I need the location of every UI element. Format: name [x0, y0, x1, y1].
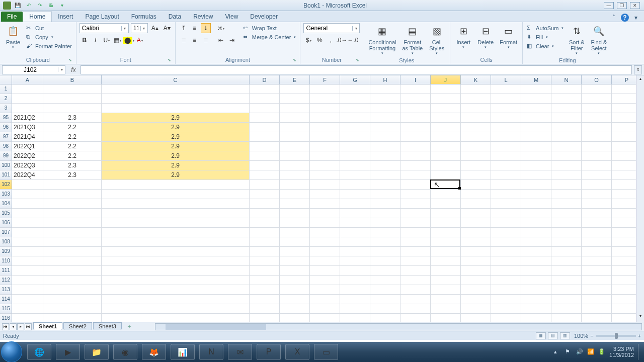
cell[interactable]: [12, 256, 43, 266]
column-header-M[interactable]: M: [521, 75, 551, 84]
cell[interactable]: [431, 151, 461, 161]
column-header-K[interactable]: K: [461, 75, 491, 84]
taskbar-media-icon[interactable]: ▶: [56, 344, 80, 360]
view-normal-button[interactable]: ▦: [536, 332, 546, 339]
tab-review[interactable]: Review: [187, 12, 219, 22]
cell[interactable]: [340, 180, 370, 190]
tab-page-layout[interactable]: Page Layout: [79, 12, 125, 22]
cell[interactable]: 2.2: [43, 123, 102, 132]
row-header-106[interactable]: 106: [0, 218, 12, 228]
sheet-nav-prev[interactable]: ◂: [10, 323, 17, 330]
cell[interactable]: [310, 314, 340, 322]
cell[interactable]: [521, 104, 551, 113]
column-header-N[interactable]: N: [551, 75, 582, 84]
cell[interactable]: [370, 142, 400, 151]
cell[interactable]: [582, 304, 612, 314]
help-icon[interactable]: ?: [621, 14, 629, 22]
cell[interactable]: [431, 84, 461, 94]
cell[interactable]: [521, 304, 551, 314]
cell[interactable]: [582, 237, 612, 247]
cell[interactable]: [280, 142, 310, 151]
row-header-103[interactable]: 103: [0, 190, 12, 199]
cell[interactable]: [370, 276, 400, 285]
cell[interactable]: [582, 151, 612, 161]
cell[interactable]: [310, 266, 340, 276]
cell[interactable]: [461, 276, 491, 285]
tab-data[interactable]: Data: [163, 12, 187, 22]
cell[interactable]: [400, 314, 431, 322]
formula-expand-button[interactable]: ⇕: [634, 65, 642, 74]
percent-button[interactable]: %: [314, 35, 325, 45]
format-painter-button[interactable]: 🖌Format Painter: [25, 42, 73, 50]
cell[interactable]: 2.3: [43, 161, 102, 170]
cell[interactable]: [280, 161, 310, 170]
cell[interactable]: [340, 84, 370, 94]
cell[interactable]: [431, 123, 461, 132]
cell[interactable]: [370, 237, 400, 247]
minimize-button[interactable]: —: [604, 2, 614, 9]
cell[interactable]: 2022Q2: [12, 151, 43, 161]
cell[interactable]: [551, 84, 582, 94]
cell[interactable]: [340, 218, 370, 228]
align-left-button[interactable]: ≣: [179, 35, 189, 45]
cell[interactable]: [400, 123, 431, 132]
fx-button[interactable]: fx: [68, 66, 78, 73]
cell[interactable]: [521, 170, 551, 180]
cell[interactable]: [12, 190, 43, 199]
autosum-button[interactable]: ΣAutoSum▾: [526, 24, 565, 32]
row-header-107[interactable]: 107: [0, 228, 12, 237]
cell[interactable]: [521, 247, 551, 256]
minimize-ribbon-icon[interactable]: ˄: [610, 14, 618, 22]
tray-network-icon[interactable]: 📶: [587, 348, 594, 355]
cell[interactable]: [461, 295, 491, 304]
cell[interactable]: [400, 276, 431, 285]
cell[interactable]: [582, 256, 612, 266]
cell[interactable]: [400, 190, 431, 199]
cell[interactable]: [491, 218, 521, 228]
paste-button[interactable]: 📋 Paste ▾: [3, 23, 23, 50]
cell[interactable]: [431, 132, 461, 142]
cell[interactable]: [340, 132, 370, 142]
row-header-109[interactable]: 109: [0, 247, 12, 256]
fill-button[interactable]: ⬇Fill▾: [526, 33, 565, 41]
row-header-2[interactable]: 2: [0, 94, 12, 104]
cell[interactable]: [370, 132, 400, 142]
save-button[interactable]: 💾: [13, 2, 22, 10]
cell[interactable]: [280, 314, 310, 322]
cell[interactable]: [43, 285, 102, 295]
align-center-button[interactable]: ≡: [190, 35, 200, 45]
cell[interactable]: [582, 266, 612, 276]
cell[interactable]: [12, 266, 43, 276]
cell[interactable]: [461, 228, 491, 237]
cell[interactable]: 2.9: [102, 151, 250, 161]
row-header-97[interactable]: 97: [0, 132, 12, 142]
cell[interactable]: [582, 142, 612, 151]
cell[interactable]: [250, 132, 280, 142]
cell[interactable]: [340, 237, 370, 247]
cell[interactable]: [400, 199, 431, 209]
cell[interactable]: [280, 266, 310, 276]
cell[interactable]: [340, 256, 370, 266]
cell[interactable]: [491, 190, 521, 199]
cell[interactable]: [43, 237, 102, 247]
formula-input[interactable]: [80, 65, 632, 74]
cell[interactable]: 2.9: [102, 113, 250, 123]
cell[interactable]: [461, 209, 491, 218]
borders-button[interactable]: ▦▾: [113, 35, 123, 45]
cell[interactable]: [102, 285, 250, 295]
cell[interactable]: 2.9: [102, 161, 250, 170]
cell[interactable]: [582, 247, 612, 256]
cell[interactable]: [521, 113, 551, 123]
cell[interactable]: 2021Q2: [12, 113, 43, 123]
row-header-112[interactable]: 112: [0, 276, 12, 285]
cell[interactable]: [370, 247, 400, 256]
align-middle-button[interactable]: ≡: [190, 23, 200, 33]
cell[interactable]: [551, 256, 582, 266]
cell[interactable]: [431, 285, 461, 295]
cell[interactable]: [582, 190, 612, 199]
cell[interactable]: [340, 142, 370, 151]
cell[interactable]: [43, 314, 102, 322]
cell[interactable]: [12, 180, 43, 190]
cell[interactable]: [431, 161, 461, 170]
cell[interactable]: [431, 199, 461, 209]
